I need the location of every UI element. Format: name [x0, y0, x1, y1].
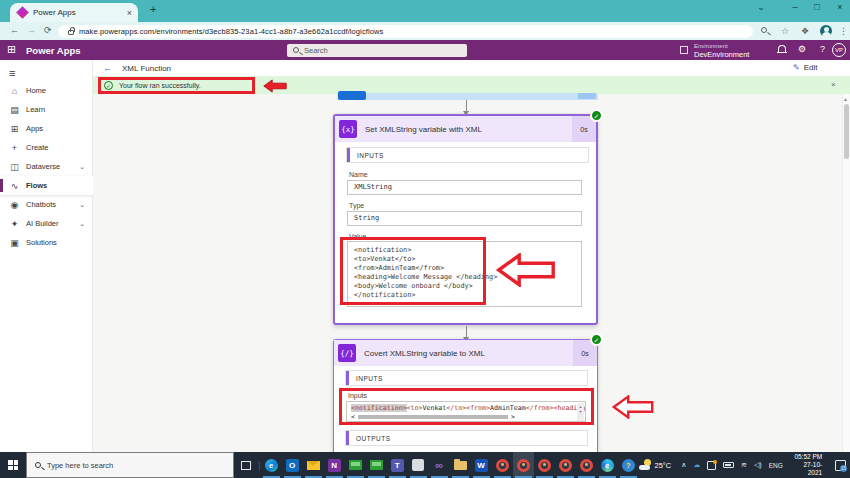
- tab-close-icon[interactable]: ×: [127, 8, 132, 18]
- window-close-icon[interactable]: ×: [830, 2, 850, 12]
- taskbar-search-input[interactable]: Type here to search: [26, 452, 234, 478]
- search-icon: [35, 462, 41, 468]
- sidebar-item-solutions[interactable]: ▣ Solutions: [0, 233, 93, 252]
- card-title: Set XMLString variable with XML: [365, 125, 482, 134]
- taskbar-edge-icon[interactable]: e: [261, 452, 282, 478]
- card-header[interactable]: {/} Covert XMLString variable to XML 0s: [334, 340, 597, 366]
- new-tab-button[interactable]: +: [150, 3, 156, 15]
- taskbar-edge-dev-icon[interactable]: e: [597, 452, 618, 478]
- annotation-arrow-left: [605, 395, 661, 419]
- notifications-bell-icon[interactable]: [778, 45, 786, 52]
- taskbar-help-icon[interactable]: ?: [618, 452, 639, 478]
- zoom-icon[interactable]: [761, 25, 767, 35]
- edit-button[interactable]: ✎ Edit: [793, 63, 818, 72]
- scrollbar-thumb[interactable]: [844, 104, 849, 159]
- weather-icon[interactable]: [639, 461, 651, 470]
- back-button[interactable]: ←: [103, 63, 112, 73]
- outputs-section-header[interactable]: OUTPUTS: [345, 430, 588, 446]
- screen: Power Apps × + ⌄ – □ × ← → ⟳ make.powera…: [0, 0, 850, 478]
- taskbar-chrome-icon-active[interactable]: [513, 452, 534, 478]
- dataverse-icon: ◫: [9, 162, 20, 172]
- taskbar-visual-studio-icon[interactable]: ∞: [429, 452, 450, 478]
- trigger-card-button[interactable]: [338, 91, 366, 100]
- sidebar-item-apps[interactable]: ⊞ Apps: [0, 119, 93, 138]
- sidebar-item-home[interactable]: ⌂ Home: [0, 81, 93, 100]
- solutions-icon: ▣: [9, 238, 20, 248]
- browser-menu-icon[interactable]: ⋮: [839, 26, 848, 36]
- banner-close-icon[interactable]: ×: [831, 80, 836, 89]
- network-icon[interactable]: ≋: [741, 461, 747, 469]
- onedrive-cloud-icon[interactable]: ☁: [693, 461, 700, 469]
- extensions-icon[interactable]: ❖: [801, 26, 809, 36]
- create-plus-icon: +: [9, 143, 20, 153]
- app-title: Power Apps: [26, 45, 81, 56]
- hamburger-menu-icon[interactable]: ≡: [9, 67, 15, 79]
- taskbar-mail-icon[interactable]: [303, 452, 324, 478]
- clock[interactable]: 05:52 PM 27-10-2021: [790, 453, 822, 477]
- sidebar-item-dataverse[interactable]: ◫ Dataverse ⌄: [0, 157, 93, 176]
- browser-tab[interactable]: Power Apps ×: [10, 3, 138, 22]
- scrollbar-up-icon[interactable]: ▲: [843, 96, 848, 102]
- browser-profile-avatar[interactable]: [820, 25, 832, 37]
- taskbar-outlook-icon[interactable]: O: [282, 452, 303, 478]
- temperature[interactable]: 25°C: [655, 461, 672, 470]
- url-bar[interactable]: make.powerapps.com/environments/d3ecb835…: [58, 25, 753, 38]
- task-view-icon[interactable]: [241, 461, 251, 470]
- success-status-badge: ✓: [590, 333, 603, 346]
- window-minimize-icon[interactable]: –: [785, 2, 805, 12]
- taskbar-chrome-icon[interactable]: [492, 452, 513, 478]
- taskbar: Type here to search | e O N T ∞ W e ? 25…: [0, 452, 850, 478]
- taskbar-chrome-icon[interactable]: [555, 452, 576, 478]
- ai-builder-icon: ✦: [9, 219, 20, 229]
- taskbar-remote-desktop-icon[interactable]: [345, 452, 366, 478]
- annotation-arrow-left: [258, 79, 292, 93]
- speaker-icon[interactable]: ◁): [754, 461, 762, 469]
- action-center-icon[interactable]: 15: [835, 460, 846, 471]
- bookmark-star-icon[interactable]: ☆: [781, 26, 789, 36]
- browser-back-icon[interactable]: ←: [10, 25, 19, 35]
- card-header[interactable]: {x} Set XMLString variable with XML 0s: [335, 116, 596, 142]
- window-chevron-icon[interactable]: ⌄: [751, 2, 771, 12]
- alert-badge-icon[interactable]: [707, 461, 716, 470]
- card-title: Covert XMLString variable to XML: [364, 349, 485, 358]
- trigger-card-cutoff[interactable]: [337, 93, 598, 100]
- sidebar-item-create[interactable]: + Create: [0, 138, 93, 157]
- time: 05:52 PM: [794, 453, 822, 460]
- chevron-down-icon: ⌄: [79, 201, 85, 209]
- taskbar-onenote-icon[interactable]: N: [324, 452, 345, 478]
- browser-address-bar: ← → ⟳ make.powerapps.com/environments/d3…: [0, 22, 850, 40]
- inputs-section-header[interactable]: INPUTS: [346, 147, 589, 163]
- tray-chevron-icon[interactable]: ∧: [681, 461, 686, 469]
- user-avatar[interactable]: VP: [832, 43, 846, 57]
- header-search-input[interactable]: Search: [287, 44, 467, 57]
- flow-name: XML Function: [122, 64, 171, 73]
- language-indicator[interactable]: ENG: [769, 462, 783, 469]
- taskbar-teams-icon[interactable]: T: [387, 452, 408, 478]
- taskbar-photos-icon[interactable]: [408, 452, 429, 478]
- sidebar-item-chatbots[interactable]: ◉ Chatbots ⌄: [0, 195, 93, 214]
- help-icon[interactable]: ?: [820, 44, 825, 54]
- section-accent-bar: [347, 148, 350, 162]
- taskbar-folder-icon[interactable]: [450, 452, 471, 478]
- compose-action-icon: {/}: [338, 344, 356, 362]
- environment-name[interactable]: DevEnvironment: [694, 50, 749, 59]
- taskbar-chrome-icon[interactable]: [576, 452, 597, 478]
- taskbar-word-icon[interactable]: W: [471, 452, 492, 478]
- browser-forward-icon[interactable]: →: [27, 25, 36, 35]
- type-field-value[interactable]: String: [347, 211, 582, 226]
- name-field-value[interactable]: XMLString: [347, 180, 582, 195]
- browser-reload-icon[interactable]: ⟳: [44, 25, 52, 35]
- taskbar-chrome-icon[interactable]: [534, 452, 555, 478]
- window-maximize-icon[interactable]: □: [807, 2, 827, 12]
- settings-gear-icon[interactable]: ⚙: [798, 44, 806, 54]
- waffle-icon[interactable]: ⊞: [7, 43, 16, 56]
- start-button[interactable]: [0, 452, 26, 478]
- command-bar: [93, 60, 850, 76]
- sidebar-item-learn[interactable]: ▤ Learn: [0, 100, 93, 119]
- inputs-section-header[interactable]: INPUTS: [345, 370, 588, 386]
- taskbar-remote-desktop-icon[interactable]: [366, 452, 387, 478]
- sidebar-item-flows[interactable]: ∿ Flows: [0, 176, 93, 195]
- sidebar-item-ai-builder[interactable]: ✦ AI Builder ⌄: [0, 214, 93, 233]
- battery-icon[interactable]: [723, 462, 734, 468]
- environment-label: Environment: [694, 43, 728, 49]
